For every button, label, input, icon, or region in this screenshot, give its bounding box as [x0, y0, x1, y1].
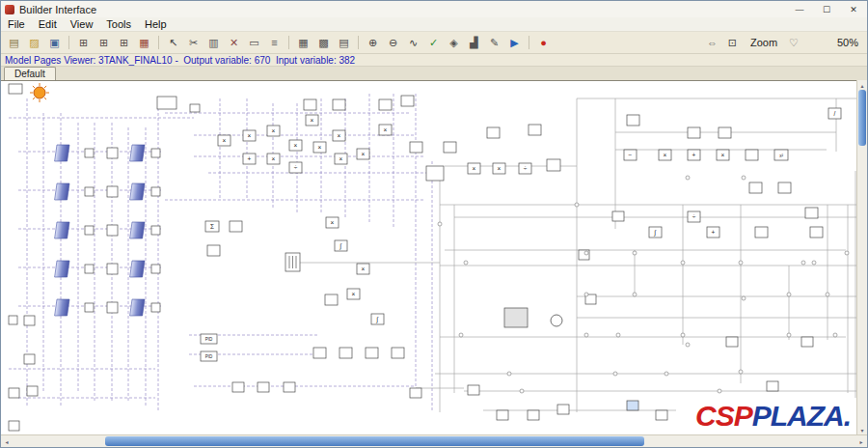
variables-icon[interactable]: ◈: [445, 34, 463, 52]
diagram-block[interactable]: [778, 182, 791, 193]
wire-node[interactable]: [575, 203, 579, 207]
zoom-in-icon[interactable]: ⊕: [364, 34, 382, 52]
field-component-block[interactable]: [107, 302, 118, 313]
horizontal-scrollbar[interactable]: ◂ ▸: [1, 434, 867, 447]
field-component-block[interactable]: [151, 149, 160, 157]
maximize-button[interactable]: ☐: [813, 1, 840, 17]
page-grid-1-icon[interactable]: ⊞: [74, 34, 93, 52]
diagram-block[interactable]: [410, 142, 422, 153]
diagram-block[interactable]: [304, 99, 316, 110]
model-canvas[interactable]: ×××××+×÷×××××Σ×∫××∫PIDPID××÷/−×+×x²÷∫+ C…: [1, 80, 856, 434]
new-page-icon[interactable]: ▤: [5, 34, 23, 52]
grid-view-icon[interactable]: ▦: [294, 34, 312, 52]
field-component-block[interactable]: [151, 226, 160, 235]
field-component-block[interactable]: [85, 265, 94, 273]
frame-icon[interactable]: ▭: [245, 34, 263, 52]
wire-node[interactable]: [787, 333, 791, 337]
fit-width-icon[interactable]: ⇔: [703, 34, 721, 52]
field-component-block[interactable]: [107, 264, 118, 274]
scroll-up-arrow-icon[interactable]: ▴: [857, 80, 867, 90]
collector-block[interactable]: [55, 145, 69, 161]
fit-page-icon[interactable]: ⊡: [723, 34, 742, 52]
save-icon[interactable]: ▣: [45, 34, 64, 52]
chart-icon[interactable]: ▟: [465, 34, 483, 52]
collector-block[interactable]: [130, 261, 145, 277]
validate-check-icon[interactable]: ✓: [424, 34, 443, 52]
diagram-block[interactable]: [9, 84, 22, 94]
field-component-block[interactable]: [151, 303, 160, 312]
collector-block[interactable]: [130, 183, 145, 200]
diagram-block[interactable]: [810, 227, 823, 238]
diagram-block[interactable]: [157, 97, 176, 109]
record-icon[interactable]: ●: [534, 34, 553, 52]
diagram-block[interactable]: [719, 127, 731, 138]
favorite-heart-icon[interactable]: ♡: [789, 37, 799, 49]
vertical-scrollbar[interactable]: ▴ ▾: [856, 80, 867, 434]
diagram-block[interactable]: [627, 401, 638, 410]
field-component-block[interactable]: [151, 187, 160, 196]
diagram-block[interactable]: [805, 208, 818, 218]
menu-file[interactable]: File: [1, 17, 32, 31]
wire-node[interactable]: [665, 372, 668, 376]
zoom-out-icon[interactable]: ⊖: [384, 34, 402, 52]
diagram-block[interactable]: [9, 421, 19, 431]
diagram-block[interactable]: [529, 125, 541, 135]
diagram-block[interactable]: [232, 382, 244, 392]
diagram-block[interactable]: [746, 150, 758, 160]
vertical-scroll-thumb[interactable]: [858, 90, 866, 146]
diagram-block[interactable]: [557, 405, 569, 414]
wire-node[interactable]: [739, 261, 743, 265]
sun-icon[interactable]: [34, 87, 45, 98]
script-edit-icon[interactable]: ✎: [485, 34, 503, 52]
wire-node[interactable]: [464, 261, 468, 265]
wire-node[interactable]: [845, 251, 849, 255]
wire-node[interactable]: [681, 333, 685, 337]
field-component-block[interactable]: [85, 226, 94, 235]
collector-block[interactable]: [55, 261, 69, 277]
collector-block[interactable]: [130, 299, 145, 316]
diagram-block[interactable]: [801, 337, 813, 347]
scroll-down-arrow-icon[interactable]: ▾: [857, 425, 867, 434]
wire-node[interactable]: [438, 222, 442, 226]
diagram-block[interactable]: [468, 385, 479, 395]
diagram-block[interactable]: [258, 382, 269, 392]
diagram-block[interactable]: [284, 382, 295, 392]
circle-component[interactable]: [551, 315, 562, 326]
wire-node[interactable]: [686, 343, 690, 347]
wire-node[interactable]: [633, 293, 637, 296]
wire-node[interactable]: [686, 176, 690, 180]
wire-node[interactable]: [742, 296, 746, 300]
diagram-block[interactable]: [190, 104, 200, 112]
field-component-block[interactable]: [85, 303, 94, 312]
scroll-left-arrow-icon[interactable]: ◂: [1, 435, 13, 447]
component-box-icon[interactable]: ▦: [135, 34, 153, 52]
menu-help[interactable]: Help: [138, 17, 174, 31]
diagram-block[interactable]: [528, 410, 539, 420]
model-diagram[interactable]: ×××××+×÷×××××Σ×∫××∫PIDPID××÷/−×+×x²÷∫+: [1, 81, 856, 434]
scroll-right-arrow-icon[interactable]: ▸: [855, 435, 867, 447]
page-grid-2-icon[interactable]: ⊞: [95, 34, 113, 52]
diagram-block[interactable]: [9, 316, 17, 324]
delete-icon[interactable]: ✕: [225, 34, 243, 52]
diagram-block[interactable]: [767, 381, 778, 391]
field-component-block[interactable]: [85, 149, 94, 157]
menu-edit[interactable]: Edit: [32, 17, 64, 31]
menu-tools[interactable]: Tools: [99, 17, 138, 31]
horizontal-scroll-track[interactable]: [13, 435, 855, 447]
wire-node[interactable]: [742, 176, 746, 180]
diagram-block[interactable]: [726, 337, 738, 347]
wire-node[interactable]: [507, 372, 511, 376]
wire-node[interactable]: [681, 261, 685, 265]
diagram-block[interactable]: [379, 99, 392, 110]
menu-view[interactable]: View: [64, 17, 100, 31]
run-icon[interactable]: ▶: [505, 34, 524, 52]
diagram-block[interactable]: [487, 127, 500, 138]
diagram-block[interactable]: [627, 115, 639, 126]
diagram-block[interactable]: [24, 354, 35, 364]
open-folder-icon[interactable]: ▨: [25, 34, 43, 52]
diagram-block[interactable]: [333, 99, 345, 110]
collector-block[interactable]: [55, 222, 69, 238]
diagram-block[interactable]: [656, 410, 667, 420]
diagram-block[interactable]: [325, 294, 338, 305]
wire-node[interactable]: [633, 251, 637, 255]
